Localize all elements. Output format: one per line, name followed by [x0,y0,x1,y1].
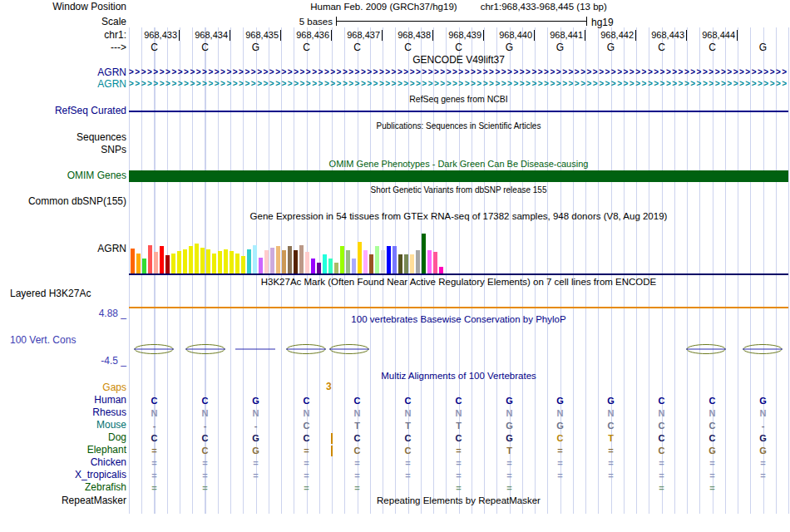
alignment-base: - [738,420,788,432]
track-label-sequences[interactable]: Sequences [0,132,126,143]
alignment-base: = [281,445,332,457]
gencode-transcript-agrn-1[interactable]: >>>>>>>>>>>>>>>>>>>>>>>>>>>>>>>>>>>>>>>>… [129,67,788,77]
alignment-base: N [738,407,788,420]
gencode-transcript-agrn-2[interactable]: >>>>>>>>>>>>>>>>>>>>>>>>>>>>>>>>>>>>>>>>… [129,79,788,89]
multiz-label-mouse[interactable]: Mouse [0,420,126,431]
ruler-tick[interactable]: 968,443 [636,30,687,41]
ruler-tick[interactable]: 968,437 [332,30,383,41]
ruler-tick[interactable]: 968,436 [281,30,332,41]
ruler-tick[interactable]: 968,442 [585,30,636,41]
alignment-base: N [383,407,433,420]
alignment-base [180,382,230,395]
track-title-h3k27ac: H3K27Ac Mark (Often Found Near Active Re… [129,277,788,288]
gtex-bar [294,250,298,273]
multiz-label-dog[interactable]: Dog [0,432,126,443]
multiz-label-chicken[interactable]: Chicken [0,457,126,468]
track-label-gtex-gene[interactable]: AGRN [0,244,126,254]
gtex-bar [183,249,187,273]
alignment-row-mouse: ---CTTTGGCCC- [129,420,788,432]
alignment-base: C [433,395,484,407]
ruler-tick[interactable]: 968,441 [535,30,585,41]
alignment-base: C [585,420,636,432]
scale-label: Scale [0,17,126,27]
omim-gene-bar[interactable] [129,170,788,182]
track-label-snps[interactable]: SNPs [0,145,126,155]
gtex-bar [148,245,152,273]
position-ruler[interactable]: 968,433968,434968,435968,436968,437968,4… [129,30,738,41]
gtex-bar [247,249,251,273]
gtex-bar [282,250,286,273]
alignment-base [535,382,585,395]
alignment-base: = [738,470,788,482]
alignment-base [383,382,433,395]
gtex-bar [352,259,356,273]
multiz-label-rhesus[interactable]: Rhesus [0,407,126,418]
ruler-tick[interactable]: 968,439 [433,30,484,41]
gtex-bar [160,246,164,273]
gtex-expression-chart[interactable] [129,224,788,273]
alignment-insert-tick [331,433,333,444]
gtex-bar [328,259,333,273]
alignment-base: = [738,457,788,470]
alignment-base: N [281,407,332,420]
track-label-common-dbsnp[interactable]: Common dbSNP(155) [0,196,126,207]
alignment-base [585,482,636,495]
alignment-base: = [180,457,230,470]
gtex-bar [410,254,414,273]
alignment-base: = [535,470,585,482]
track-title-gtex: Gene Expression in 54 tissues from GTEx … [129,211,788,222]
ruler-tick[interactable]: 968,444 [687,30,738,41]
gtex-bar [439,267,443,273]
phylop-conservation-plot[interactable] [129,339,788,359]
gtex-bar [136,254,141,273]
track-title-publications: Publications: Sequences in Scientific Ar… [129,121,788,131]
alignment-base: T [383,420,433,432]
alignment-base: G [738,432,788,445]
h3k27ac-signal-line[interactable] [129,307,788,308]
track-label-100-vert-cons[interactable]: 100 Vert. Cons [10,335,76,346]
ruler-tick[interactable]: 968,435 [230,30,281,41]
alignment-base: C [687,432,738,445]
track-label-omim-genes[interactable]: OMIM Genes [0,170,126,181]
multiz-label-human[interactable]: Human [0,395,126,406]
alignment-base: = [535,445,585,457]
ruler-tick[interactable]: 968,440 [484,30,535,41]
gtex-bar [165,255,170,273]
refseq-curated-line[interactable] [129,111,788,112]
gtex-bar [299,245,304,273]
alignment-base: C [636,395,687,407]
track-label-layered-h3k27ac[interactable]: Layered H3K27Ac [10,288,91,299]
base-letter: G [535,42,585,53]
multiz-label-gaps[interactable]: Gaps [0,382,126,393]
alignment-base: = [585,457,636,470]
gtex-bar [230,251,234,273]
alignment-base: N [484,407,535,420]
multiz-label-zebrafish[interactable]: Zebrafish [0,482,126,493]
alignment-row-x_tropicalis: ============= [129,470,788,482]
alignment-base [585,382,636,395]
track-label-refseq-curated[interactable]: RefSeq Curated [0,106,126,116]
gtex-bar [381,250,385,273]
gene-label-agrn-gencode-2[interactable]: AGRN [0,79,126,90]
alignment-base: = [687,457,738,470]
alignment-base: N [585,407,636,420]
ruler-tick[interactable]: 968,438 [383,30,433,41]
gene-label-agrn-gencode-1[interactable]: AGRN [0,67,126,78]
alignment-base: G [535,420,585,432]
alignment-base [484,382,535,395]
alignment-base: = [332,482,383,495]
alignment-base: = [281,482,332,495]
gtex-bar [270,248,274,273]
track-title-multiz: Multiz Alignments of 100 Vertebrates [129,371,788,382]
alignment-insert-count: 3 [326,382,332,392]
alignment-base: N [332,407,383,420]
multiz-label-x-tropicalis[interactable]: X_tropicalis [0,470,126,480]
ruler-tick[interactable]: 968,434 [180,30,230,41]
alignment-row-human: CCGCCCCGGGCCG [129,395,788,407]
alignment-base: = [129,482,180,495]
track-label-repeatmasker[interactable]: RepeatMasker [0,495,126,506]
ruler-tick[interactable]: 968,433 [129,30,180,41]
multiz-label-elephant[interactable]: Elephant [0,445,126,456]
alignment-base: C [332,445,383,457]
gtex-bar [317,263,321,273]
